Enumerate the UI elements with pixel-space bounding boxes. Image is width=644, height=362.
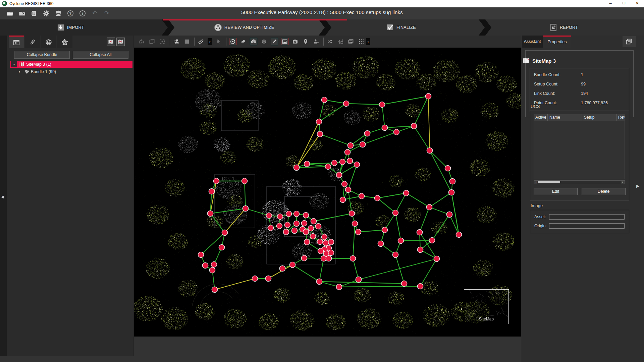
- tree-item-label: SiteMap 3 (1): [26, 61, 51, 68]
- tab-network[interactable]: [57, 36, 72, 48]
- ucs-table-body[interactable]: [534, 121, 625, 179]
- add-setup-icon[interactable]: [337, 38, 344, 45]
- tab-web[interactable]: [41, 36, 56, 48]
- user-location-icon[interactable]: [312, 38, 320, 45]
- report-page-icon: [549, 23, 558, 33]
- scroll-left-button[interactable]: ◄: [534, 181, 537, 184]
- point-cloud-toggle-icon[interactable]: [250, 38, 257, 45]
- close-button[interactable]: ✕: [631, 0, 644, 7]
- ucs-table-header: Active Name Setup Refe: [534, 114, 625, 121]
- col-reference[interactable]: Refe: [616, 114, 625, 121]
- origin-label: Origin:: [534, 224, 547, 228]
- col-setup[interactable]: Setup: [582, 114, 616, 121]
- tab-finalize[interactable]: FINALIZE: [325, 19, 485, 36]
- import-download-icon: [56, 23, 65, 33]
- auto-links-icon[interactable]: [326, 38, 334, 45]
- properties-panel: Assistant Properties SiteMap 3 Bundle Co…: [521, 36, 644, 362]
- col-name[interactable]: Name: [548, 114, 582, 121]
- send-to-icon[interactable]: [138, 38, 145, 45]
- tab-attachments[interactable]: [25, 36, 40, 48]
- ucs-box: Active Name Setup Refe ◄ ► Edit Delete: [530, 111, 629, 200]
- collapse-bundle-button[interactable]: Collapse Bundle: [14, 51, 70, 59]
- point-cloud-canvas[interactable]: [134, 48, 521, 337]
- toolbar-separator: [323, 38, 324, 46]
- workflow-tabstrip: IMPORT REVIEW AND OPTIMIZE FINALIZE REPO…: [0, 19, 644, 36]
- image-section-label: Image: [531, 203, 543, 208]
- window-title: Cyclone REGISTER 360: [9, 1, 53, 6]
- tree-item-label: Bundle 1 (99): [31, 68, 56, 75]
- camera-icon[interactable]: [291, 38, 299, 45]
- canvas-toolbar: ▾ ▾: [134, 36, 521, 48]
- tree-item-sitemap[interactable]: ▾ SiteMap 3 (1): [10, 61, 132, 68]
- visual-alignment-icon[interactable]: [173, 38, 180, 45]
- scrollbar-thumb[interactable]: [538, 181, 560, 183]
- image-box: Asset: Origin:: [530, 210, 629, 233]
- origin-field[interactable]: [549, 223, 625, 229]
- measure-ruler-icon[interactable]: [197, 38, 205, 45]
- scroll-right-button[interactable]: ►: [621, 181, 625, 184]
- tab-import-label: IMPORT: [67, 25, 84, 30]
- fill-square-icon[interactable]: [183, 38, 191, 45]
- ucs-edit-button[interactable]: Edit: [534, 188, 578, 195]
- toolbar-separator: [226, 38, 226, 46]
- tab-assistant[interactable]: Assistant: [522, 36, 543, 48]
- ucs-delete-button[interactable]: Delete: [582, 188, 626, 195]
- ucs-horizontal-scrollbar[interactable]: ◄ ►: [534, 180, 625, 184]
- properties-header: SiteMap 3: [532, 58, 556, 64]
- labels-tag-icon[interactable]: [239, 38, 247, 45]
- image-overlay-icon[interactable]: [281, 38, 288, 45]
- maximize-button[interactable]: ❐: [617, 0, 631, 7]
- sitemap-properties-card: SiteMap 3 Bundle Count:1 Setup Count:99 …: [525, 50, 634, 117]
- grid-display-icon[interactable]: [358, 38, 365, 45]
- tab-project-tree[interactable]: [9, 36, 24, 48]
- project-title: 5000 Executive Parkway (2020.2.18) : 500…: [0, 9, 644, 15]
- sitemap-view-button-2[interactable]: [116, 38, 125, 46]
- minimize-button[interactable]: –: [604, 0, 617, 7]
- tab-review-and-optimize[interactable]: REVIEW AND OPTIMIZE: [168, 19, 325, 36]
- tab-properties[interactable]: Properties: [543, 36, 571, 48]
- expander-open-icon[interactable]: ▾: [11, 61, 17, 67]
- collapse-left-panel-arrow[interactable]: ◀: [1, 194, 4, 199]
- draw-link-pencil-icon[interactable]: [271, 38, 278, 45]
- tab-finalize-label: FINALIZE: [396, 25, 416, 30]
- grid-dropdown[interactable]: ▾: [366, 38, 370, 45]
- asset-field[interactable]: [549, 214, 625, 220]
- tree-item-bundle[interactable]: ▸ Bundle 1 (99): [10, 68, 132, 75]
- geotag-pin-icon[interactable]: [302, 38, 309, 45]
- minimap[interactable]: SiteMap: [464, 289, 509, 324]
- frame-icon[interactable]: [148, 38, 156, 45]
- stat-point-count: Point Count:1,780,977,826: [534, 99, 626, 107]
- stat-link-count: Link Count:194: [534, 90, 626, 97]
- marquee-select-icon[interactable]: [159, 38, 166, 45]
- title-bar: Cyclone REGISTER 360 – ❐ ✕: [0, 0, 644, 7]
- tab-report-label: REPORT: [560, 25, 578, 30]
- project-explorer-panel: Collapse Bundle Collapse All ▾ SiteMap 3…: [7, 36, 133, 356]
- measure-dropdown[interactable]: ▾: [208, 38, 212, 45]
- mesh-network-icon[interactable]: [260, 38, 268, 45]
- stat-setup-count: Setup Count:99: [534, 80, 626, 88]
- finalize-check-icon: [386, 23, 394, 33]
- main-toolbar: ? i ↶ ↷ 5000 Executive Parkway (2020.2.1…: [0, 7, 644, 19]
- sitemap-view-button-1[interactable]: [107, 38, 115, 46]
- asset-label: Asset:: [534, 215, 546, 219]
- image-gallery-icon[interactable]: [347, 38, 355, 45]
- sitemap-icon: [19, 62, 24, 69]
- review-target-ball-icon: [214, 23, 222, 33]
- expander-closed-icon[interactable]: ▸: [17, 69, 23, 75]
- toolbar-separator: [170, 38, 170, 46]
- ucs-section-label: UCS: [531, 104, 540, 109]
- tab-report[interactable]: REPORT: [485, 19, 644, 36]
- pick-cursor-icon[interactable]: [215, 38, 222, 45]
- expand-right-panel-arrow[interactable]: ▶: [636, 184, 639, 188]
- toolbar-separator: [194, 38, 195, 46]
- collapse-all-button[interactable]: Collapse All: [73, 51, 128, 59]
- detach-panel-button[interactable]: [623, 36, 636, 47]
- app-logo-icon: [2, 1, 7, 6]
- col-active[interactable]: Active: [534, 114, 548, 121]
- show-setups-toggle-icon[interactable]: [229, 38, 236, 45]
- stats-box: Bundle Count:1 Setup Count:99 Link Count…: [530, 68, 629, 112]
- minimap-label: SiteMap: [464, 317, 508, 321]
- sitemap-viewport[interactable]: SiteMap: [134, 48, 521, 337]
- tab-import[interactable]: IMPORT: [0, 19, 168, 36]
- status-area: [134, 337, 521, 362]
